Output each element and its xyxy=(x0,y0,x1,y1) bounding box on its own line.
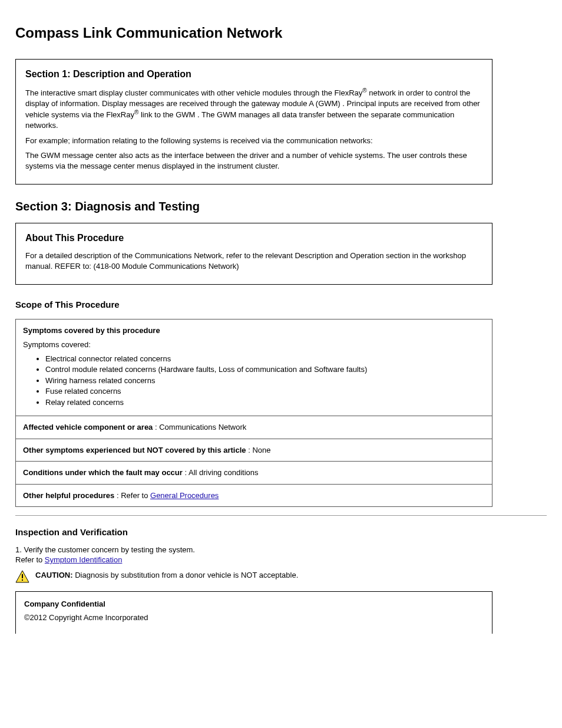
list-item: Fuse related concerns xyxy=(45,386,485,397)
scope-refer-prefix: Refer to xyxy=(121,491,150,500)
inspection-step-1: 1. Verify the customer concern by testin… xyxy=(15,545,547,565)
scope-label: Symptoms covered by this procedure xyxy=(23,325,485,336)
scope-value: All driving conditions xyxy=(189,468,259,477)
list-item: Wiring harness related concerns xyxy=(45,375,485,386)
scope-label: Affected vehicle component or area xyxy=(23,423,153,431)
inspection-heading: Inspection and Verification xyxy=(15,526,547,538)
list-item: Relay related concerns xyxy=(45,397,485,408)
about-text: For a detailed description of the Commun… xyxy=(25,251,482,271)
description-paragraph-2: For example; information relating to the… xyxy=(25,136,482,146)
description-paragraph-1: The interactive smart display cluster co… xyxy=(25,87,482,131)
scope-symptoms-intro: Symptoms covered: xyxy=(23,340,485,350)
svg-rect-2 xyxy=(22,579,23,581)
symptom-identification-link[interactable]: Symptom Identification xyxy=(45,555,123,564)
list-item: Electrical connector related concerns xyxy=(45,354,485,364)
description-paragraph-3: The GWM message center also acts as the … xyxy=(25,150,482,171)
caution-block: CAUTION: Diagnosis by substitution from … xyxy=(15,570,547,583)
scope-row-symptoms: Symptoms covered by this procedure Sympt… xyxy=(16,319,492,416)
general-procedures-link[interactable]: General Procedures xyxy=(150,491,219,500)
registered-icon: ® xyxy=(362,87,366,94)
page-title: Compass Link Communication Network xyxy=(15,24,547,42)
section-heading-description: Section 1: Description and Operation xyxy=(25,68,482,81)
scope-label: Other symptoms experienced but NOT cover… xyxy=(23,446,246,454)
scope-row-affected: Affected vehicle component or area : Com… xyxy=(16,416,492,439)
scope-symptoms-list: Electrical connector related concerns Co… xyxy=(23,354,485,408)
scope-value: Communications Network xyxy=(159,423,246,431)
scope-row-procedures: Other helpful procedures : Refer to Gene… xyxy=(16,484,492,507)
confidential-text: Company Confidential xyxy=(24,599,484,610)
list-item: Control module related concerns (Hardwar… xyxy=(45,364,485,375)
scope-label: Conditions under which the fault may occ… xyxy=(23,468,183,477)
description-operation-box: Section 1: Description and Operation The… xyxy=(15,59,492,185)
scope-label: Other helpful procedures xyxy=(23,491,114,500)
footer-box: Company Confidential ©2012 Copyright Acm… xyxy=(15,591,492,634)
svg-rect-1 xyxy=(22,574,23,578)
caution-text: CAUTION: Diagnosis by substitution from … xyxy=(35,570,298,581)
about-heading: About This Procedure xyxy=(25,232,482,245)
scope-table: Symptoms covered by this procedure Sympt… xyxy=(15,319,492,507)
section-heading-diagnosis: Section 3: Diagnosis and Testing xyxy=(15,199,547,215)
scope-row-other-symptoms: Other symptoms experienced but NOT cover… xyxy=(16,439,492,462)
scope-value: None xyxy=(252,446,270,454)
about-procedure-box: About This Procedure For a detailed desc… xyxy=(15,223,492,285)
divider xyxy=(15,515,547,516)
warning-icon xyxy=(15,570,29,583)
copyright-text: ©2012 Copyright Acme Incorporated xyxy=(24,612,484,623)
scope-row-conditions: Conditions under which the fault may occ… xyxy=(16,461,492,484)
scope-heading: Scope of This Procedure xyxy=(15,299,547,311)
